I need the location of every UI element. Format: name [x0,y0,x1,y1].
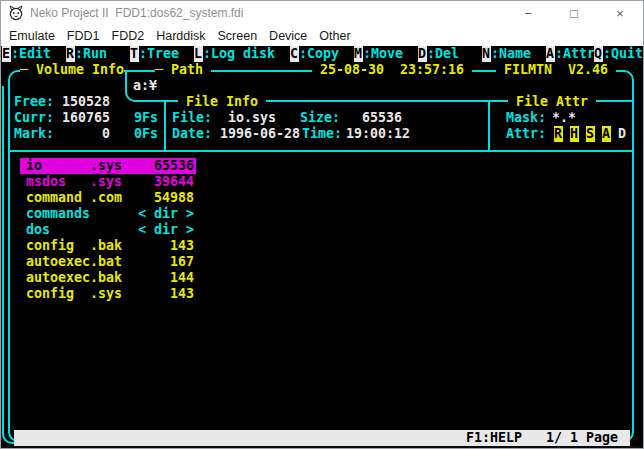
hotkey-letter: C [290,46,299,62]
hotkey-attr[interactable]: A:Attr [546,46,595,62]
hotkey-label: :Quit [603,46,642,61]
hotkey-label: :Tree [139,46,179,61]
emulator-window: Neko Project II FDD1:dos62_system.fdi − … [0,0,644,449]
hotkey-name[interactable]: N:Name [482,46,531,62]
hotkey-copy[interactable]: C:Copy [290,46,339,62]
hotkey-del[interactable]: D:Del [418,46,459,62]
hotkey-log-disk[interactable]: L:Log disk [194,46,275,62]
page-indicator: 1/ 1 Page [546,430,618,446]
hotkey-letter: L [194,46,203,62]
menu-item-screen[interactable]: Screen [218,29,258,43]
menu-item-harddisk[interactable]: Harddisk [156,29,205,43]
hotkey-quit[interactable]: Q:Quit [594,46,642,62]
neko-cat-icon [8,5,24,21]
menu-item-emulate[interactable]: Emulate [9,29,55,43]
maximize-button[interactable]: □ [551,1,597,25]
hotkey-label: :Run [75,46,107,61]
menu-item-other[interactable]: Other [319,29,350,43]
hotkey-letter: E [2,46,11,62]
hotkey-label: :Move [363,46,403,61]
emulated-screen: E:EditR:RunT:TreeL:Log diskC:CopyM:MoveD… [2,46,642,446]
hotkey-letter: Q [594,46,603,62]
title-bar[interactable]: Neko Project II FDD1:dos62_system.fdi − … [1,1,643,25]
hotkey-tree[interactable]: T:Tree [130,46,179,62]
hotkey-move[interactable]: M:Move [354,46,403,62]
menu-item-fdd2[interactable]: FDD2 [112,29,145,43]
menu-item-device[interactable]: Device [269,29,307,43]
hotkey-letter: R [66,46,75,62]
window-title: Neko Project II FDD1:dos62_system.fdi [30,6,243,20]
menu-item-fdd1[interactable]: FDD1 [67,29,100,43]
file-info-title: File Info [178,94,266,110]
hotkey-letter: A [546,46,555,62]
main-frame [8,70,634,442]
menu-bar: EmulateFDD1FDD2HarddiskScreenDeviceOther [1,25,643,46]
attr-divider [488,102,490,152]
hotkey-letter: N [482,46,491,62]
datetime: 25-08-30 23:57:16 [312,62,472,78]
header-bottom-line [10,150,634,152]
hotkey-label: :Del [427,46,459,61]
hotkey-letter: M [354,46,363,62]
hotkey-label: :Edit [11,46,51,61]
hotkey-label: :Copy [299,46,339,61]
minimize-button[interactable]: − [505,1,551,25]
app-version: FILMTN V2.46 [496,62,616,78]
hotkey-label: :Name [491,46,531,61]
hotkey-letter: T [130,46,139,62]
help-hint: F1:HELP [466,430,522,446]
volume-info-title: ─ Volume Info [20,62,124,78]
hotkey-label: :Log disk [203,46,275,61]
hotkey-edit[interactable]: E:Edit [2,46,51,62]
hotkey-run[interactable]: R:Run [66,46,107,62]
close-button[interactable]: × [597,1,643,25]
outer-left-line [2,86,4,422]
status-bar: F1:HELP 1/ 1 Page [14,430,630,446]
hotkey-letter: D [418,46,427,62]
outer-left-curve [2,418,14,444]
file-attr-title: File Attr [508,94,596,110]
path-title: ─ Path [155,62,211,78]
volume-divider [164,102,166,152]
hotkey-label: :Attr [555,46,595,61]
